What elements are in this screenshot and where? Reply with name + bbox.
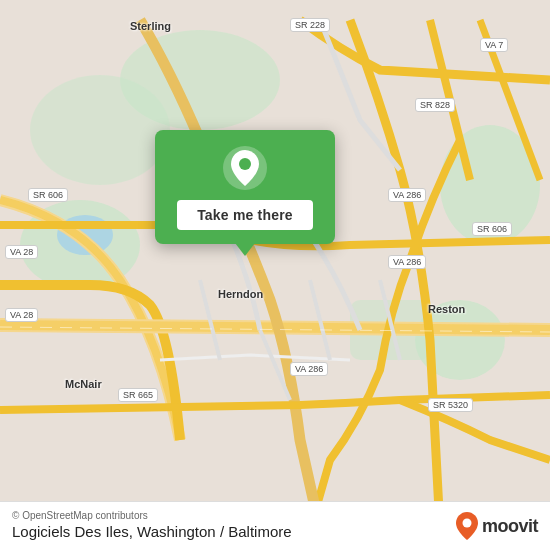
place-label-herndon: Herndon xyxy=(218,288,263,300)
road-label-va286-mid: VA 286 xyxy=(388,255,426,269)
moovit-logo: moovit xyxy=(456,512,538,540)
road-label-sr606-right: SR 606 xyxy=(472,222,512,236)
bottom-bar: © OpenStreetMap contributors Logiciels D… xyxy=(0,501,550,550)
road-label-va7: VA 7 xyxy=(480,38,508,52)
take-me-there-button[interactable]: Take me there xyxy=(177,200,313,230)
moovit-text: moovit xyxy=(482,516,538,537)
place-label-sterling: Sterling xyxy=(130,20,171,32)
road-label-va286-right: VA 286 xyxy=(388,188,426,202)
road-label-sr606-left: SR 606 xyxy=(28,188,68,202)
road-label-sr5320: SR 5320 xyxy=(428,398,473,412)
road-label-va28-top: VA 28 xyxy=(5,245,38,259)
svg-point-5 xyxy=(30,75,170,185)
pin-icon-container xyxy=(223,146,267,190)
map-container: SR 228 VA 7 SR 828 SR 606 VA 286 VA 28 V… xyxy=(0,0,550,550)
road-label-sr228: SR 228 xyxy=(290,18,330,32)
map-background xyxy=(0,0,550,550)
place-label-reston: Reston xyxy=(428,303,465,315)
svg-point-9 xyxy=(462,519,471,528)
map-roads xyxy=(0,0,550,550)
road-label-sr828: SR 828 xyxy=(415,98,455,112)
road-label-va286-bottom: VA 286 xyxy=(290,362,328,376)
road-label-va28-bottom: VA 28 xyxy=(5,308,38,322)
moovit-pin-icon xyxy=(456,512,478,540)
popup-card: Take me there xyxy=(155,130,335,244)
location-pin-icon xyxy=(231,150,259,186)
place-label-mcnair: McNair xyxy=(65,378,102,390)
svg-point-8 xyxy=(239,158,251,170)
road-label-sr665: SR 665 xyxy=(118,388,158,402)
